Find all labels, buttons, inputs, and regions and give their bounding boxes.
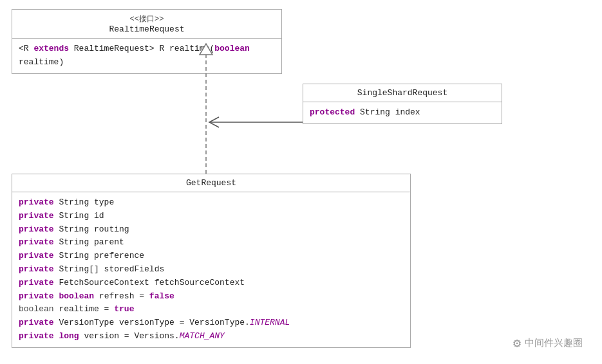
field-row-1: private String type: [19, 196, 404, 210]
single-shard-request-title: SingleShardRequest: [310, 88, 495, 98]
realtime-request-method: <R extends RealtimeRequest> R realtime(b…: [19, 44, 250, 67]
realtime-request-box: <<接口>> RealtimeRequest <R extends Realti…: [12, 9, 282, 74]
realtime-request-title: RealtimeRequest: [19, 24, 275, 34]
field-row-9: boolean realtime = true: [19, 303, 404, 316]
field-row-7: private FetchSourceContext fetchSourceCo…: [19, 277, 404, 290]
protected-kw: protected: [310, 107, 355, 117]
single-shard-request-body: protected String index: [303, 102, 502, 123]
field-row-6: private String[] storedFields: [19, 263, 404, 277]
field-row-8: private boolean refresh = false: [19, 290, 404, 304]
field-row-11: private long version = Versions.MATCH_AN…: [19, 330, 404, 343]
realtime-request-body: <R extends RealtimeRequest> R realtime(b…: [12, 39, 281, 73]
get-request-body: private String type private String id pr…: [12, 192, 410, 347]
single-shard-request-box: SingleShardRequest protected String inde…: [303, 84, 502, 124]
field-row-2: private String id: [19, 210, 404, 223]
realtime-request-header: <<接口>> RealtimeRequest: [12, 10, 281, 39]
get-request-box: GetRequest private String type private S…: [12, 174, 411, 348]
association-arrowhead: [209, 117, 219, 127]
stereotype-label: <<接口>>: [19, 14, 275, 24]
field-row-4: private String parent: [19, 236, 404, 250]
field-row-3: private String routing: [19, 223, 404, 237]
single-shard-request-header: SingleShardRequest: [303, 84, 502, 102]
watermark: ⚙️ 中间件兴趣圈: [513, 335, 583, 351]
watermark-icon: ⚙️: [513, 335, 521, 351]
get-request-title: GetRequest: [19, 178, 404, 188]
field-row-10: private VersionType versionType = Versio…: [19, 316, 404, 330]
watermark-text: 中间件兴趣圈: [525, 337, 583, 349]
get-request-header: GetRequest: [12, 174, 410, 192]
single-shard-field: String index: [360, 107, 420, 117]
field-row-5: private String preference: [19, 250, 404, 263]
canvas: { "realtimeRequest": { "stereotype": "<<…: [0, 0, 602, 364]
